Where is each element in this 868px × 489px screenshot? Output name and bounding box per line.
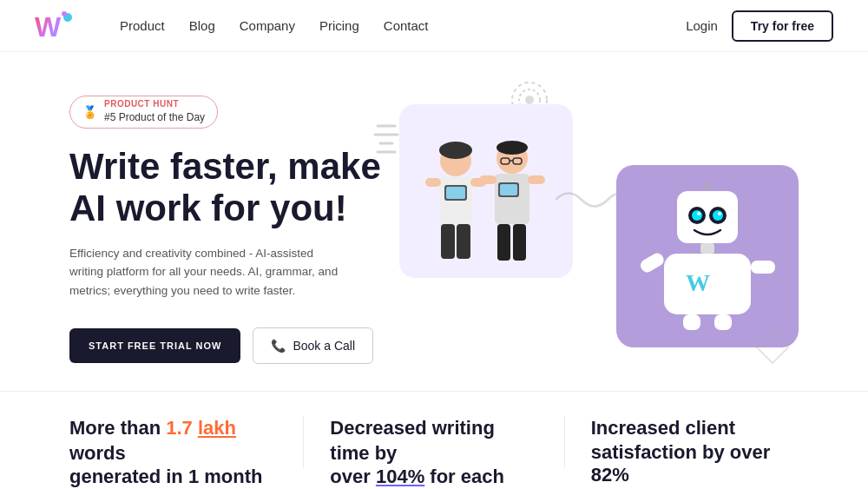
- deco-diamond: [755, 330, 790, 365]
- login-button[interactable]: Login: [686, 18, 718, 33]
- book-call-button[interactable]: 📞 Book a Call: [253, 327, 373, 364]
- badge-label: PRODUCT HUNT: [104, 100, 205, 109]
- stat-highlight-82: 82%: [591, 464, 629, 486]
- hero-illustration: W: [382, 78, 799, 373]
- deco-lines-left: [373, 122, 399, 191]
- badge-icon: 🏅: [82, 105, 97, 119]
- nav-pricing[interactable]: Pricing: [319, 18, 359, 33]
- product-hunt-badge: 🏅 PRODUCT HUNT #5 Product of the Day: [69, 96, 218, 129]
- hero-title: Write faster, make AI work for you!: [69, 146, 382, 230]
- nav-blog[interactable]: Blog: [189, 18, 215, 33]
- svg-rect-46: [714, 314, 732, 330]
- stat-time-text: Decreased writing time by: [330, 416, 537, 466]
- svg-point-35: [713, 210, 723, 221]
- svg-point-11: [439, 142, 472, 159]
- logo[interactable]: W: [35, 10, 75, 42]
- svg-rect-40: [700, 243, 714, 254]
- badge-text: #5 Product of the Day: [104, 111, 205, 123]
- svg-rect-44: [751, 261, 775, 274]
- stat-satisfaction-text: Increased client: [591, 416, 799, 441]
- svg-point-5: [525, 96, 534, 104]
- svg-point-36: [697, 212, 700, 215]
- svg-rect-25: [479, 175, 496, 184]
- svg-rect-43: [638, 251, 666, 274]
- svg-rect-13: [425, 178, 441, 187]
- stat-highlight-104: 104%: [376, 466, 424, 487]
- svg-point-37: [718, 212, 721, 215]
- stat-time: Decreased writing time by over 104% for …: [330, 416, 537, 489]
- hero-content: 🏅 PRODUCT HUNT #5 Product of the Day Wri…: [69, 87, 382, 364]
- stats-section: More than 1.7 lakh words generated in 1 …: [0, 391, 868, 489]
- svg-rect-30: [500, 184, 517, 195]
- nav-links: Product Blog Company Pricing Contact: [120, 18, 429, 33]
- svg-rect-26: [528, 175, 545, 184]
- nav-product[interactable]: Product: [120, 18, 165, 33]
- svg-point-2: [62, 11, 67, 17]
- svg-rect-24: [495, 174, 529, 224]
- phone-icon: 📞: [271, 339, 286, 353]
- svg-point-20: [496, 141, 528, 155]
- stat-divider-1: [303, 416, 304, 468]
- svg-text:W: W: [686, 269, 710, 296]
- svg-text:W: W: [35, 11, 62, 42]
- svg-marker-47: [757, 332, 788, 363]
- hero-section: 🏅 PRODUCT HUNT #5 Product of the Day Wri…: [0, 52, 868, 391]
- hero-subtitle: Efficiency and creativity combined - AI-…: [69, 244, 347, 301]
- stat-words-text: More than 1.7 lakh words: [69, 416, 277, 466]
- stat-words-sub: generated in 1 month: [69, 466, 277, 488]
- people-svg: [408, 122, 564, 278]
- stat-divider-2: [564, 416, 565, 468]
- people-illustration: [399, 104, 573, 278]
- svg-rect-28: [513, 224, 526, 261]
- nav-right: Login Try for free: [686, 10, 833, 42]
- svg-rect-15: [441, 224, 455, 259]
- svg-rect-16: [457, 224, 470, 259]
- robot-illustration: W: [616, 165, 799, 347]
- svg-rect-27: [497, 224, 510, 261]
- svg-rect-18: [446, 187, 465, 199]
- navbar: W Product Blog Company Pricing Contact: [0, 0, 868, 52]
- svg-rect-45: [683, 314, 700, 330]
- stat-highlight-lakh: 1.7 lakh: [166, 417, 236, 439]
- start-trial-button[interactable]: START FREE TRIAL NOW: [69, 328, 240, 363]
- hero-buttons: START FREE TRIAL NOW 📞 Book a Call: [69, 327, 382, 364]
- book-call-label: Book a Call: [293, 339, 355, 353]
- nav-company[interactable]: Company: [240, 18, 295, 33]
- nav-contact[interactable]: Contact: [384, 18, 429, 33]
- stat-satisfaction: Increased client satisfaction by over 82…: [591, 416, 799, 486]
- stat-satisfaction-sub: satisfaction by over 82%: [591, 441, 799, 486]
- try-free-button[interactable]: Try for free: [732, 10, 833, 42]
- svg-point-34: [692, 210, 702, 221]
- robot-svg: W: [638, 182, 777, 330]
- stat-time-sub: over 104% for each copy: [330, 466, 537, 489]
- nav-left: W Product Blog Company Pricing Contact: [35, 10, 429, 42]
- stat-words: More than 1.7 lakh words generated in 1 …: [69, 416, 277, 488]
- svg-point-39: [704, 182, 711, 184]
